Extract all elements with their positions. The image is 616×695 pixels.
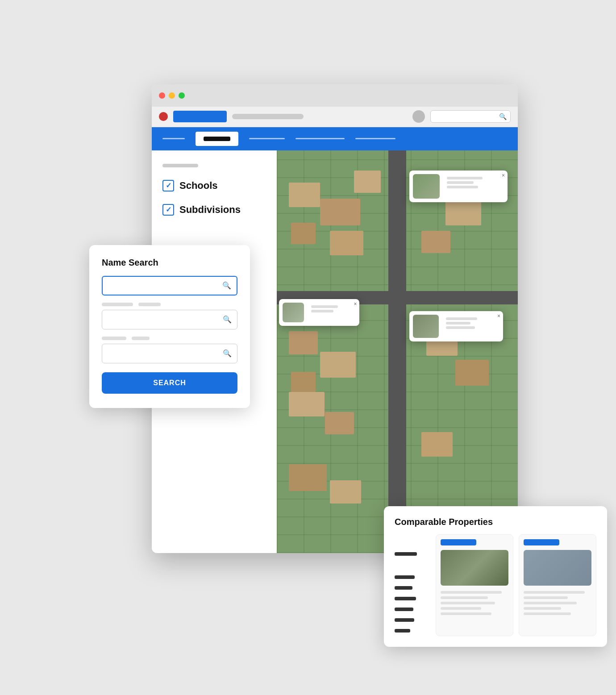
back-button-dot[interactable] [159,112,168,121]
name-search-panel: Name Search 🔍 🔍 🔍 SEARCH [89,245,250,408]
comparable-content [395,534,596,636]
house-13 [455,360,489,386]
house-15 [325,412,354,434]
maximize-button[interactable] [179,92,185,99]
popup-3-line-3 [446,326,475,329]
panel-title-stub [162,164,198,167]
popup-2-content [308,303,341,315]
map-popup-2[interactable]: × [279,299,359,326]
nav-item-1[interactable] [162,138,185,139]
close-button[interactable] [159,92,165,99]
card-2-line-2 [524,596,568,599]
road-vertical [388,150,406,553]
search-button[interactable]: SEARCH [102,372,237,394]
popup-3-line-1 [446,317,477,320]
house-18 [330,480,361,504]
map-area[interactable]: × × [277,150,518,553]
house-3 [354,171,381,193]
schools-checkbox[interactable]: ✓ [162,180,174,191]
card-1-line-5 [441,612,491,615]
house-10 [445,199,481,225]
name-search-field-2[interactable]: 🔍 [102,310,237,329]
card-1-line-4 [441,607,481,610]
name-search-input-2[interactable] [108,316,223,323]
comparable-card-1[interactable] [436,534,513,636]
comparable-title: Comparable Properties [395,517,596,527]
popup-1-line-2 [447,181,474,184]
popup-3-line-2 [446,322,470,325]
field-label-stub-2b [132,337,150,340]
field-label-stub-2a [102,337,126,340]
name-search-field-3[interactable]: 🔍 [102,344,237,363]
popup-3-close[interactable]: × [497,313,500,319]
card-2-image [524,550,591,586]
field-label-row-1 [102,303,237,306]
popup-1-line-1 [447,177,483,179]
subdivisions-label: Subdivisions [179,204,241,216]
nav-active-label [204,137,230,141]
card-1-header [441,539,476,545]
popup-1-image [413,174,440,199]
house-5 [330,231,363,255]
comp-bar-7 [395,629,410,633]
comp-bar-6 [395,618,414,622]
field-label-stub-1b [138,303,161,306]
house-6 [289,331,318,354]
house-11 [421,231,450,253]
checkmark-icon: ✓ [166,181,171,190]
card-2-line-1 [524,591,585,594]
checkmark-icon-2: ✓ [166,205,171,214]
popup-2-line-1 [311,305,338,308]
house-17 [289,464,327,491]
field-label-stub-1a [102,303,133,306]
nav-item-3[interactable] [249,138,285,139]
popup-1-line-3 [447,186,478,188]
minimize-button[interactable] [169,92,175,99]
comparable-list [395,534,430,636]
nav-item-4[interactable] [296,138,345,139]
card-2-line-3 [524,602,577,604]
house-2 [320,199,360,225]
card-1-line-1 [441,591,502,594]
card-2-header [524,539,559,545]
nav-item-active[interactable] [196,132,238,146]
search-icon-3: 🔍 [223,349,232,358]
comp-bar-4 [395,597,416,600]
comp-bar-5 [395,608,413,611]
address-bar-url[interactable] [232,114,304,119]
comparable-panel: Comparable Properties [384,506,607,647]
search-icon-2: 🔍 [223,315,232,324]
browser-titlebar [152,84,518,107]
subdivisions-checkbox-row[interactable]: ✓ Subdivisions [162,204,266,216]
popup-1-content [443,174,486,191]
address-bar-accent [173,111,227,122]
comp-bar-3 [395,586,412,590]
card-1-line-2 [441,596,488,599]
house-16 [421,432,453,457]
name-search-input-1[interactable] [108,282,222,289]
aerial-map-bg: × × [277,150,518,553]
browser-navbar [152,127,518,150]
nav-item-5[interactable] [355,138,395,139]
house-7 [320,352,356,378]
map-popup-3[interactable]: × [409,311,503,341]
subdivisions-checkbox[interactable]: ✓ [162,204,174,216]
name-search-title: Name Search [102,258,237,268]
map-popup-1[interactable]: × [409,171,508,202]
popup-2-close[interactable]: × [354,301,357,307]
schools-label: Schools [179,180,218,191]
popup-2-image [283,303,304,322]
schools-checkbox-row[interactable]: ✓ Schools [162,180,266,191]
browser-addressbar: 🔍 [152,107,518,127]
comparable-card-2[interactable] [519,534,596,636]
card-1-line-3 [441,602,495,604]
comp-bar-1 [395,552,417,556]
popup-1-close[interactable]: × [502,172,505,179]
name-search-input-3[interactable] [108,350,223,357]
card-2-line-4 [524,607,561,610]
profile-avatar[interactable] [412,110,425,123]
browser-search-box[interactable]: 🔍 [430,110,511,123]
card-1-image [441,550,508,586]
comp-bar-2 [395,575,415,579]
name-search-field-1[interactable]: 🔍 [102,276,237,295]
